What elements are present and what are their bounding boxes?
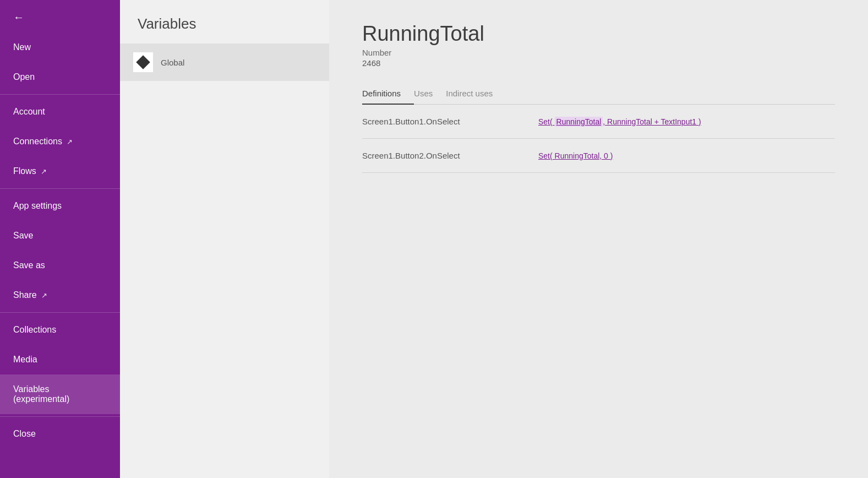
sidebar-item-label: Share (13, 290, 37, 300)
formula-text-2: Set( RunningTotal, 0 ) (538, 151, 613, 160)
main-content: RunningTotal Number 2468 Definitions Use… (329, 0, 868, 478)
sidebar-item-connections[interactable]: Connections ↗ (0, 127, 120, 156)
external-link-icon: ↗ (41, 167, 47, 176)
variable-type: Number (362, 48, 835, 57)
def-formula-1[interactable]: Set( RunningTotal, RunningTotal + TextIn… (538, 117, 701, 126)
sidebar-item-account[interactable]: Account (0, 97, 120, 127)
external-link-icon: ↗ (67, 138, 73, 146)
sidebar-item-media[interactable]: Media (0, 345, 120, 374)
sidebar-item-new[interactable]: New (0, 32, 120, 62)
sidebar-item-label: App settings (13, 201, 62, 211)
sidebar-item-collections[interactable]: Collections (0, 315, 120, 345)
sidebar-item-close[interactable]: Close (0, 419, 120, 449)
sidebar-item-label: Account (13, 107, 45, 117)
global-label: Global (161, 58, 184, 67)
sidebar-item-label: New (13, 42, 31, 52)
def-location-2: Screen1.Button2.OnSelect (362, 151, 516, 160)
sidebar-divider-1 (0, 94, 120, 95)
sidebar-item-save[interactable]: Save (0, 221, 120, 251)
definition-row-2: Screen1.Button2.OnSelect Set( RunningTot… (362, 139, 835, 173)
sidebar-item-variables[interactable]: Variables (experimental) (0, 374, 120, 414)
def-location-1: Screen1.Button1.OnSelect (362, 117, 516, 126)
formula-suffix-1: , RunningTotal + TextInput1 ) (603, 117, 701, 126)
tab-uses[interactable]: Uses (414, 83, 446, 105)
sidebar-item-share[interactable]: Share ↗ (0, 280, 120, 310)
sidebar-item-label: Variables (experimental) (13, 384, 107, 404)
tabs-container: Definitions Uses Indirect uses (362, 83, 835, 105)
def-formula-2[interactable]: Set( RunningTotal, 0 ) (538, 151, 613, 160)
tab-indirect-uses[interactable]: Indirect uses (446, 83, 506, 105)
middle-panel: Variables Global (120, 0, 329, 478)
sidebar-divider-2 (0, 188, 120, 189)
sidebar-divider-4 (0, 416, 120, 417)
formula-highlighted-1: RunningTotal (555, 117, 603, 127)
sidebar-item-label: Close (13, 429, 36, 439)
sidebar-item-open[interactable]: Open (0, 62, 120, 92)
global-icon-container (133, 52, 153, 72)
tab-definitions[interactable]: Definitions (362, 83, 414, 105)
formula-prefix-1: Set( (538, 117, 555, 126)
variable-value: 2468 (362, 58, 835, 68)
sidebar: ← New Open Account Connections ↗ Flows ↗… (0, 0, 120, 478)
back-arrow-icon: ← (13, 11, 24, 24)
global-item[interactable]: Global (120, 44, 329, 81)
sidebar-item-label: Collections (13, 325, 56, 335)
external-link-icon: ↗ (41, 291, 47, 300)
sidebar-divider-3 (0, 312, 120, 313)
sidebar-item-label: Open (13, 72, 35, 82)
variable-name: RunningTotal (362, 22, 835, 46)
sidebar-item-label: Media (13, 355, 37, 365)
definitions-table: Screen1.Button1.OnSelect Set( RunningTot… (362, 105, 835, 173)
sidebar-item-label: Flows (13, 166, 36, 176)
sidebar-item-label: Save as (13, 260, 45, 270)
sidebar-item-save-as[interactable]: Save as (0, 251, 120, 280)
diamond-icon (136, 55, 150, 69)
back-button[interactable]: ← (0, 0, 120, 32)
sidebar-item-flows[interactable]: Flows ↗ (0, 156, 120, 186)
sidebar-item-label: Save (13, 231, 33, 241)
sidebar-item-label: Connections (13, 137, 62, 146)
sidebar-item-app-settings[interactable]: App settings (0, 191, 120, 221)
definition-row-1: Screen1.Button1.OnSelect Set( RunningTot… (362, 105, 835, 139)
panel-title: Variables (120, 0, 329, 44)
